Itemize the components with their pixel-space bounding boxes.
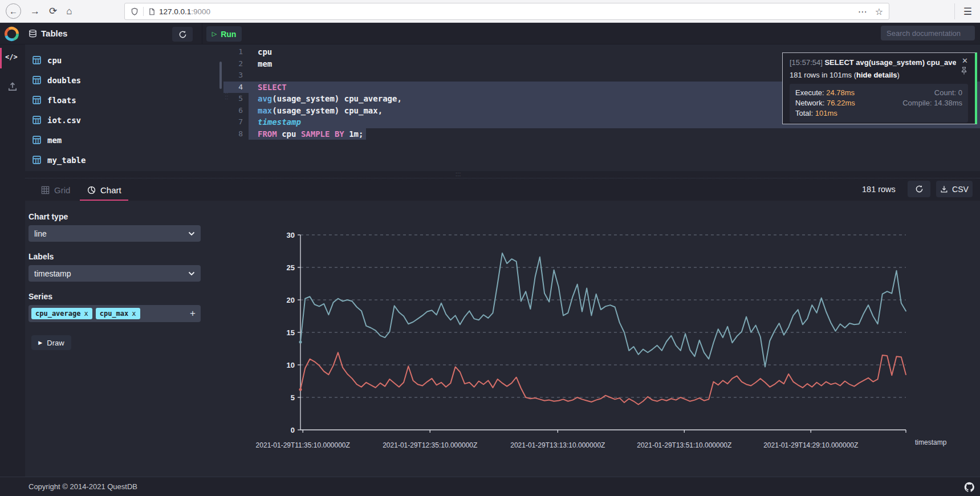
table-name: iot.csv [47,116,81,125]
table-icon [32,76,41,84]
table-row[interactable]: doubles [25,70,223,90]
page-icon[interactable] [148,7,156,16]
run-query-button[interactable]: ▷ Run [206,26,242,42]
horizontal-splitter[interactable] [25,171,980,178]
tab-chart[interactable]: Chart [87,182,121,198]
table-row[interactable]: iot.csv [25,110,223,130]
svg-text:2021-01-29T13:13:10.000000Z: 2021-01-29T13:13:10.000000Z [510,441,605,449]
series-chip-label: cpu_max [100,310,129,318]
database-icon [29,29,37,38]
table-icon [32,56,41,64]
line-number: 6 [223,105,249,117]
results-toolbar: Grid Chart 181 rows CSV [25,178,980,201]
editor-line[interactable]: 8FROM cpu SAMPLE BY 1m; [223,128,980,140]
labels-label: Labels [29,252,54,261]
pin-icon[interactable] [961,67,967,75]
timing-metrics-left: Execute: 24.78msNetwork: 76.22msTotal: 1… [795,88,902,119]
series-chip[interactable]: cpu_maxx [96,308,140,319]
app-topbar [0,23,980,44]
line-number: 7 [223,116,249,128]
divider [954,3,955,19]
left-rail [0,44,25,477]
download-icon [940,185,948,193]
browser-reload-button[interactable]: ⟳ [49,6,57,16]
table-icon [32,136,41,144]
table-row[interactable]: my_table [25,150,223,170]
table-icon [32,116,41,124]
svg-text:25: 25 [287,263,295,272]
svg-text:0: 0 [291,426,295,434]
query-timing-details: Execute: 24.78msNetwork: 76.22msTotal: 1… [790,84,968,123]
svg-text:5: 5 [291,393,295,402]
table-name: doubles [47,76,81,85]
footer: Copyright © 2014-2021 QuestDB [0,477,980,496]
timing-metric: Total: 101ms [795,108,902,119]
table-icon [32,96,41,104]
table-row[interactable]: floats [25,90,223,110]
svg-text:15: 15 [287,328,295,337]
timing-metric: Execute: 24.78ms [795,88,902,98]
browser-toolbar: ← → ⟳ ⌂ 127.0.0.1:9000 ⋯ ☆ ☰ [0,0,980,23]
browser-back-button[interactable]: ← [6,3,21,19]
svg-text:2021-01-29T13:51:10.000000Z: 2021-01-29T13:51:10.000000Z [637,441,731,449]
refresh-results-button[interactable] [908,181,930,197]
upload-icon[interactable] [7,82,18,92]
code-editor-icon[interactable]: </> [5,53,18,61]
download-csv-button[interactable]: CSV [936,181,973,197]
labels-select[interactable]: timestamp [29,265,201,282]
table-name: cpu [47,56,62,65]
github-icon[interactable] [964,482,975,493]
shield-icon[interactable] [131,7,139,16]
bookmark-star-icon[interactable]: ☆ [875,6,883,17]
svg-text:2021-01-29T11:35:10.000000Z: 2021-01-29T11:35:10.000000Z [256,441,350,449]
notification-title: [15:57:54] SELECT avg(usage_system) cpu_… [790,58,956,67]
line-chart[interactable]: 0510152025302021-01-29T11:35:10.000000Z2… [251,222,969,456]
copyright-text: Copyright © 2014-2021 QuestDB [29,482,137,491]
add-series-icon[interactable]: + [190,308,198,319]
draw-button[interactable]: ▶ Draw [31,335,71,350]
divider [202,23,202,44]
splitter-drag-handle-icon[interactable]: ∙∙∙∙∙∙ [456,172,461,177]
table-row[interactable]: cpu [25,50,223,70]
timing-metrics-right: Count: 0Compile: 14.38ms [902,88,962,119]
svg-text:20: 20 [287,296,295,304]
series-chip[interactable]: cpu_averagex [31,308,92,319]
play-icon: ▷ [212,30,217,38]
refresh-tables-button[interactable] [172,27,193,42]
series-chips-box[interactable]: cpu_averagexcpu_maxx+ [29,305,201,322]
pie-chart-icon [87,186,96,194]
remove-chip-icon[interactable]: x [132,310,136,318]
line-number: 3 [223,70,249,82]
browser-home-button[interactable]: ⌂ [66,6,72,16]
table-row[interactable]: mem [25,130,223,150]
notification-summary: 181 rows in 101ms (hide details) [790,71,968,79]
search-documentation-input[interactable] [881,26,975,40]
browser-forward-button[interactable]: → [30,6,40,16]
browser-menu-icon[interactable]: ☰ [963,6,972,18]
refresh-icon [178,30,187,39]
table-name: floats [47,96,76,105]
divider [143,7,144,16]
questdb-console: ← → ⟳ ⌂ 127.0.0.1:9000 ⋯ ☆ ☰ Tables [0,0,980,496]
hide-details-link[interactable]: hide details [856,71,897,79]
url-text: 127.0.0.1:9000 [159,7,210,16]
chart-type-select[interactable]: line [29,225,201,242]
svg-text:timestamp: timestamp [915,438,947,446]
tables-scrollbar[interactable] [219,62,222,89]
svg-text:2021-01-29T14:29:10.000000Z: 2021-01-29T14:29:10.000000Z [763,441,858,449]
panel-drag-handle-icon[interactable]: ∙∙∙∙∙∙ [225,91,231,100]
table-name: my_table [47,156,86,165]
svg-text:2021-01-29T12:35:10.000000Z: 2021-01-29T12:35:10.000000Z [383,441,477,449]
page-actions-icon[interactable]: ⋯ [858,6,867,17]
timing-metric: Compile: 14.38ms [902,98,962,108]
timing-metric: Count: 0 [902,88,962,98]
close-icon[interactable]: ✕ [962,56,968,65]
remove-chip-icon[interactable]: x [84,310,88,318]
questdb-logo[interactable] [3,26,20,42]
series-chip-label: cpu_average [35,310,80,318]
table-name: mem [47,136,62,145]
address-bar[interactable]: 127.0.0.1:9000 ⋯ ☆ [124,3,889,20]
refresh-icon [915,185,924,193]
tab-grid[interactable]: Grid [41,182,70,198]
chart-type-label: Chart type [29,212,68,221]
